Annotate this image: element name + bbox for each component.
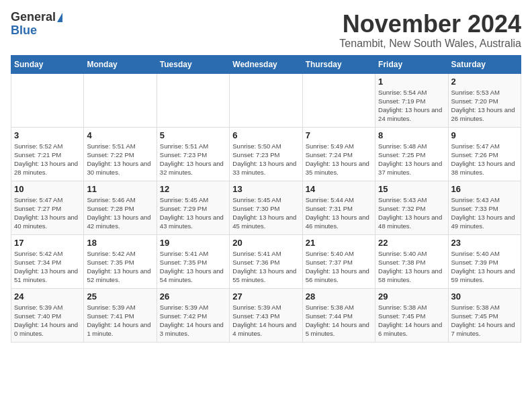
- calendar-cell: [302, 73, 375, 127]
- calendar-cell: [157, 73, 229, 127]
- calendar-cell: 8Sunrise: 5:48 AM Sunset: 7:25 PM Daylig…: [375, 127, 448, 181]
- day-number: 21: [306, 238, 372, 248]
- day-number: 15: [378, 184, 445, 194]
- calendar-cell: 21Sunrise: 5:40 AM Sunset: 7:37 PM Dayli…: [302, 234, 375, 288]
- calendar-cell: 6Sunrise: 5:50 AM Sunset: 7:23 PM Daylig…: [230, 127, 302, 181]
- day-info: Sunrise: 5:44 AM Sunset: 7:31 PM Dayligh…: [306, 195, 372, 231]
- day-info: Sunrise: 5:38 AM Sunset: 7:45 PM Dayligh…: [451, 303, 518, 338]
- day-info: Sunrise: 5:38 AM Sunset: 7:45 PM Dayligh…: [378, 303, 445, 338]
- day-info: Sunrise: 5:43 AM Sunset: 7:33 PM Dayligh…: [451, 195, 518, 231]
- day-number: 6: [232, 130, 299, 140]
- day-number: 3: [14, 130, 81, 140]
- day-number: 29: [378, 291, 445, 302]
- day-info: Sunrise: 5:52 AM Sunset: 7:21 PM Dayligh…: [14, 142, 81, 177]
- calendar-month-title: November 2024: [339, 11, 521, 38]
- day-info: Sunrise: 5:40 AM Sunset: 7:39 PM Dayligh…: [451, 249, 518, 285]
- day-number: 5: [160, 130, 226, 140]
- day-number: 8: [378, 130, 445, 140]
- calendar-cell: 11Sunrise: 5:46 AM Sunset: 7:28 PM Dayli…: [84, 181, 157, 234]
- calendar-week-row: 24Sunrise: 5:39 AM Sunset: 7:40 PM Dayli…: [11, 288, 521, 342]
- day-number: 14: [306, 184, 372, 194]
- calendar-cell: 2Sunrise: 5:53 AM Sunset: 7:20 PM Daylig…: [448, 73, 521, 127]
- calendar-cell: 22Sunrise: 5:40 AM Sunset: 7:38 PM Dayli…: [375, 234, 448, 288]
- day-info: Sunrise: 5:47 AM Sunset: 7:27 PM Dayligh…: [14, 195, 81, 231]
- calendar-cell: 28Sunrise: 5:38 AM Sunset: 7:44 PM Dayli…: [302, 288, 375, 342]
- day-number: 1: [378, 77, 445, 87]
- day-info: Sunrise: 5:51 AM Sunset: 7:22 PM Dayligh…: [87, 142, 153, 177]
- calendar-cell: 25Sunrise: 5:39 AM Sunset: 7:41 PM Dayli…: [84, 288, 157, 342]
- day-info: Sunrise: 5:39 AM Sunset: 7:43 PM Dayligh…: [232, 303, 299, 338]
- day-info: Sunrise: 5:39 AM Sunset: 7:40 PM Dayligh…: [14, 303, 81, 338]
- day-number: 11: [87, 184, 153, 194]
- day-number: 25: [87, 291, 153, 302]
- column-header-wednesday: Wednesday: [230, 55, 302, 73]
- day-info: Sunrise: 5:42 AM Sunset: 7:35 PM Dayligh…: [87, 249, 153, 285]
- calendar-cell: [84, 73, 157, 127]
- calendar-cell: 12Sunrise: 5:45 AM Sunset: 7:29 PM Dayli…: [157, 181, 229, 234]
- calendar-cell: 18Sunrise: 5:42 AM Sunset: 7:35 PM Dayli…: [84, 234, 157, 288]
- day-number: 23: [451, 238, 518, 248]
- column-header-monday: Monday: [84, 55, 157, 73]
- column-header-friday: Friday: [375, 55, 448, 73]
- calendar-cell: 24Sunrise: 5:39 AM Sunset: 7:40 PM Dayli…: [11, 288, 84, 342]
- day-info: Sunrise: 5:46 AM Sunset: 7:28 PM Dayligh…: [87, 195, 153, 231]
- day-number: 30: [451, 291, 518, 302]
- day-info: Sunrise: 5:48 AM Sunset: 7:25 PM Dayligh…: [378, 142, 445, 177]
- day-number: 7: [306, 130, 372, 140]
- calendar-week-row: 3Sunrise: 5:52 AM Sunset: 7:21 PM Daylig…: [11, 127, 521, 181]
- calendar-week-row: 10Sunrise: 5:47 AM Sunset: 7:27 PM Dayli…: [11, 181, 521, 234]
- day-info: Sunrise: 5:51 AM Sunset: 7:23 PM Dayligh…: [160, 142, 226, 177]
- day-number: 16: [451, 184, 518, 194]
- calendar-cell: 26Sunrise: 5:39 AM Sunset: 7:42 PM Dayli…: [157, 288, 229, 342]
- day-info: Sunrise: 5:53 AM Sunset: 7:20 PM Dayligh…: [451, 88, 518, 124]
- calendar-cell: 15Sunrise: 5:43 AM Sunset: 7:32 PM Dayli…: [375, 181, 448, 234]
- calendar-week-row: 1Sunrise: 5:54 AM Sunset: 7:19 PM Daylig…: [11, 73, 521, 127]
- day-number: 4: [87, 130, 153, 140]
- calendar-header-row: SundayMondayTuesdayWednesdayThursdayFrid…: [11, 55, 521, 73]
- day-info: Sunrise: 5:50 AM Sunset: 7:23 PM Dayligh…: [232, 142, 299, 177]
- day-number: 27: [232, 291, 299, 302]
- day-info: Sunrise: 5:45 AM Sunset: 7:29 PM Dayligh…: [160, 195, 226, 231]
- day-number: 20: [232, 238, 299, 248]
- calendar-cell: 13Sunrise: 5:45 AM Sunset: 7:30 PM Dayli…: [230, 181, 302, 234]
- day-info: Sunrise: 5:39 AM Sunset: 7:41 PM Dayligh…: [87, 303, 153, 338]
- day-number: 13: [232, 184, 299, 194]
- column-header-sunday: Sunday: [11, 55, 84, 73]
- day-info: Sunrise: 5:42 AM Sunset: 7:34 PM Dayligh…: [14, 249, 81, 285]
- day-info: Sunrise: 5:45 AM Sunset: 7:30 PM Dayligh…: [232, 195, 299, 231]
- day-info: Sunrise: 5:39 AM Sunset: 7:42 PM Dayligh…: [160, 303, 226, 338]
- day-number: 10: [14, 184, 81, 194]
- day-info: Sunrise: 5:41 AM Sunset: 7:35 PM Dayligh…: [160, 249, 226, 285]
- day-number: 26: [160, 291, 226, 302]
- calendar-cell: 16Sunrise: 5:43 AM Sunset: 7:33 PM Dayli…: [448, 181, 521, 234]
- day-info: Sunrise: 5:38 AM Sunset: 7:44 PM Dayligh…: [306, 303, 372, 338]
- day-info: Sunrise: 5:54 AM Sunset: 7:19 PM Dayligh…: [378, 88, 445, 124]
- day-number: 12: [160, 184, 226, 194]
- logo: General Blue: [11, 11, 62, 38]
- calendar-cell: 5Sunrise: 5:51 AM Sunset: 7:23 PM Daylig…: [157, 127, 229, 181]
- calendar-cell: 9Sunrise: 5:47 AM Sunset: 7:26 PM Daylig…: [448, 127, 521, 181]
- calendar-cell: 20Sunrise: 5:41 AM Sunset: 7:36 PM Dayli…: [230, 234, 302, 288]
- day-number: 17: [14, 238, 81, 248]
- day-number: 24: [14, 291, 81, 302]
- day-number: 9: [451, 130, 518, 140]
- calendar-cell: 19Sunrise: 5:41 AM Sunset: 7:35 PM Dayli…: [157, 234, 229, 288]
- calendar-cell: 23Sunrise: 5:40 AM Sunset: 7:39 PM Dayli…: [448, 234, 521, 288]
- day-info: Sunrise: 5:49 AM Sunset: 7:24 PM Dayligh…: [306, 142, 372, 177]
- day-info: Sunrise: 5:47 AM Sunset: 7:26 PM Dayligh…: [451, 142, 518, 177]
- day-info: Sunrise: 5:40 AM Sunset: 7:38 PM Dayligh…: [378, 249, 445, 285]
- calendar-location: Tenambit, New South Wales, Australia: [339, 38, 521, 50]
- calendar-cell: 17Sunrise: 5:42 AM Sunset: 7:34 PM Dayli…: [11, 234, 84, 288]
- calendar-cell: [230, 73, 302, 127]
- calendar-cell: 3Sunrise: 5:52 AM Sunset: 7:21 PM Daylig…: [11, 127, 84, 181]
- day-number: 22: [378, 238, 445, 248]
- logo-general-text: General: [11, 11, 56, 24]
- day-number: 18: [87, 238, 153, 248]
- day-info: Sunrise: 5:40 AM Sunset: 7:37 PM Dayligh…: [306, 249, 372, 285]
- calendar-week-row: 17Sunrise: 5:42 AM Sunset: 7:34 PM Dayli…: [11, 234, 521, 288]
- calendar-title-area: November 2024 Tenambit, New South Wales,…: [339, 11, 521, 50]
- calendar-cell: 7Sunrise: 5:49 AM Sunset: 7:24 PM Daylig…: [302, 127, 375, 181]
- day-info: Sunrise: 5:43 AM Sunset: 7:32 PM Dayligh…: [378, 195, 445, 231]
- calendar-cell: 14Sunrise: 5:44 AM Sunset: 7:31 PM Dayli…: [302, 181, 375, 234]
- logo-blue-text: Blue: [11, 24, 37, 37]
